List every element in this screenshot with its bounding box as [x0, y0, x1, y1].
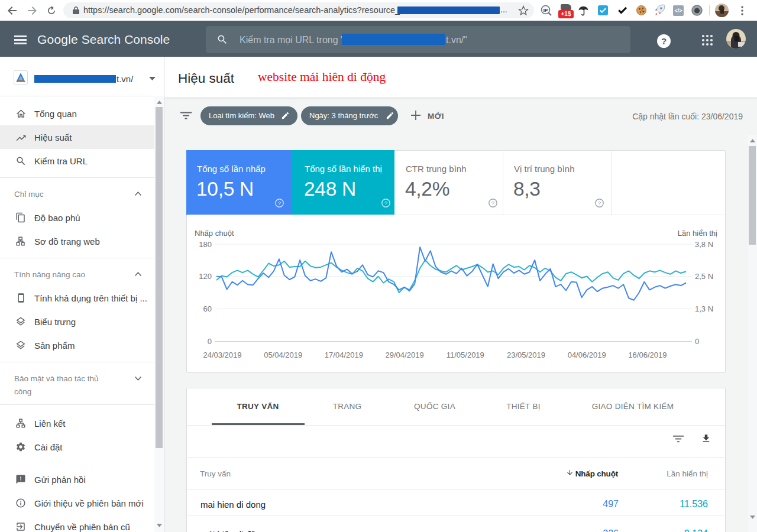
svg-text:1,3 N: 1,3 N — [695, 304, 713, 313]
svg-text:3,8 N: 3,8 N — [695, 240, 713, 249]
svg-text:180: 180 — [199, 240, 212, 249]
svg-text:?: ? — [491, 200, 494, 206]
svg-text:IP: IP — [544, 8, 548, 13]
svg-text:0: 0 — [208, 337, 212, 346]
svg-text:Nhấp chuột: Nhấp chuột — [195, 229, 234, 238]
svg-text:29/04/2019: 29/04/2019 — [386, 351, 424, 359]
svg-text:?: ? — [598, 200, 601, 206]
svg-text:60: 60 — [203, 304, 212, 313]
svg-text:?: ? — [384, 200, 387, 206]
svg-text:04/06/2019: 04/06/2019 — [568, 351, 606, 359]
svg-text:17/04/2019: 17/04/2019 — [325, 351, 363, 359]
svg-text:16/06/2019: 16/06/2019 — [628, 351, 667, 359]
svg-text:Lần hiển thị: Lần hiển thị — [678, 229, 717, 238]
svg-text:23/05/2019: 23/05/2019 — [507, 351, 545, 359]
svg-text:05/04/2019: 05/04/2019 — [264, 351, 302, 359]
svg-text:2,5 N: 2,5 N — [695, 272, 713, 281]
svg-text:11/05/2019: 11/05/2019 — [447, 351, 484, 359]
svg-text:?: ? — [278, 200, 281, 206]
svg-text:24/03/2019: 24/03/2019 — [203, 351, 241, 359]
svg-text:120: 120 — [199, 272, 212, 281]
svg-text:0: 0 — [695, 337, 699, 346]
